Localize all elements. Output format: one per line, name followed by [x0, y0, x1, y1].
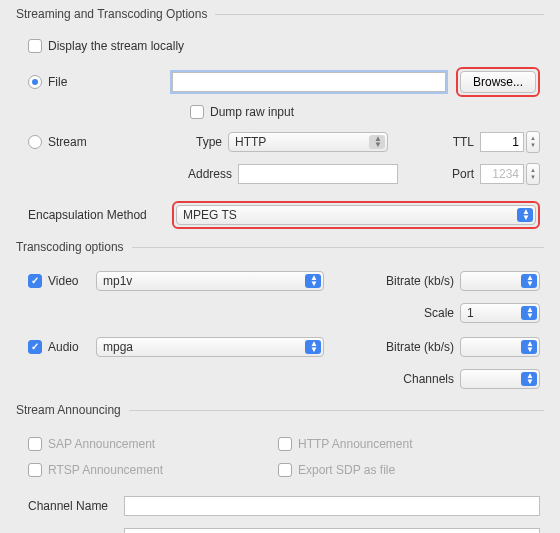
sap-checkbox[interactable]: [28, 437, 42, 451]
sap-label: SAP Announcement: [48, 437, 155, 451]
updown-icon: ▲▼: [526, 307, 534, 319]
rtsp-label: RTSP Announcement: [48, 463, 163, 477]
audio-checkbox[interactable]: [28, 340, 42, 354]
display-locally-label: Display the stream locally: [48, 39, 184, 53]
channels-label: Channels: [374, 372, 460, 386]
audio-bitrate-combo[interactable]: ▲▼: [460, 337, 540, 357]
sdp-export-label: Export SDP as file: [298, 463, 395, 477]
updown-icon: ▲▼: [310, 275, 318, 287]
scale-combo[interactable]: 1 ▲▼: [460, 303, 540, 323]
updown-icon: ▲▼: [522, 209, 530, 221]
audio-bitrate-label: Bitrate (kb/s): [374, 340, 460, 354]
port-label: Port: [434, 167, 480, 181]
port-input[interactable]: [480, 164, 524, 184]
address-input[interactable]: [238, 164, 398, 184]
dump-raw-label: Dump raw input: [210, 105, 294, 119]
group-announcing-legend: Stream Announcing: [16, 403, 129, 417]
type-label: Type: [172, 135, 228, 149]
video-codec-combo[interactable]: mp1v ▲▼: [96, 271, 324, 291]
encap-label: Encapsulation Method: [28, 208, 172, 222]
encap-combo[interactable]: MPEG TS ▲▼: [176, 205, 536, 225]
display-locally-checkbox[interactable]: [28, 39, 42, 53]
ttl-input[interactable]: [480, 132, 524, 152]
file-path-input[interactable]: [172, 72, 446, 92]
ttl-stepper[interactable]: ▲▼: [526, 131, 540, 153]
type-combo[interactable]: HTTP ▲▼: [228, 132, 388, 152]
updown-icon: ▲▼: [526, 373, 534, 385]
stream-radio[interactable]: [28, 135, 42, 149]
sdp-export-checkbox[interactable]: [278, 463, 292, 477]
channel-name-label: Channel Name: [28, 499, 124, 513]
video-bitrate-combo[interactable]: ▲▼: [460, 271, 540, 291]
video-checkbox[interactable]: [28, 274, 42, 288]
stream-label: Stream: [48, 135, 172, 149]
updown-icon: ▲▼: [310, 341, 318, 353]
sdp-url-input[interactable]: [124, 528, 540, 533]
encap-highlight: MPEG TS ▲▼: [172, 201, 540, 229]
rtsp-checkbox[interactable]: [28, 463, 42, 477]
dump-raw-checkbox[interactable]: [190, 105, 204, 119]
browse-highlight: Browse...: [456, 67, 540, 97]
channels-combo[interactable]: ▲▼: [460, 369, 540, 389]
file-label: File: [48, 75, 172, 89]
video-bitrate-label: Bitrate (kb/s): [374, 274, 460, 288]
updown-icon: ▲▼: [526, 341, 534, 353]
http-announce-label: HTTP Announcement: [298, 437, 413, 451]
file-radio[interactable]: [28, 75, 42, 89]
channel-name-input[interactable]: [124, 496, 540, 516]
group-transcoding-legend: Transcoding options: [16, 240, 132, 254]
address-label: Address: [170, 167, 238, 181]
audio-label: Audio: [48, 340, 96, 354]
audio-codec-combo[interactable]: mpga ▲▼: [96, 337, 324, 357]
port-stepper[interactable]: ▲▼: [526, 163, 540, 185]
group-streaming-legend: Streaming and Transcoding Options: [16, 7, 215, 21]
ttl-label: TTL: [434, 135, 480, 149]
browse-button[interactable]: Browse...: [460, 71, 536, 93]
updown-icon: ▲▼: [374, 136, 382, 148]
http-announce-checkbox[interactable]: [278, 437, 292, 451]
updown-icon: ▲▼: [526, 275, 534, 287]
scale-label: Scale: [374, 306, 460, 320]
video-label: Video: [48, 274, 96, 288]
